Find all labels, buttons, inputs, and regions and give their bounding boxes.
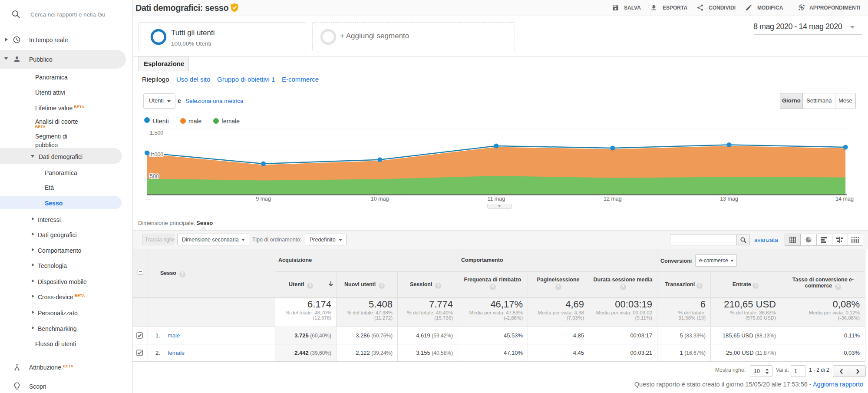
- svg-text:1.500: 1.500: [150, 130, 163, 136]
- svg-text:9 mag: 9 mag: [256, 196, 271, 202]
- svg-text:...: ...: [146, 195, 150, 201]
- svg-text:10 mag: 10 mag: [371, 196, 389, 202]
- svg-text:12 mag: 12 mag: [604, 196, 622, 202]
- svg-text:500: 500: [150, 173, 159, 179]
- svg-text:13 mag: 13 mag: [720, 196, 738, 202]
- svg-text:1.000: 1.000: [150, 152, 163, 158]
- svg-text:11 mag: 11 mag: [487, 196, 505, 202]
- svg-text:14 mag: 14 mag: [835, 196, 854, 202]
